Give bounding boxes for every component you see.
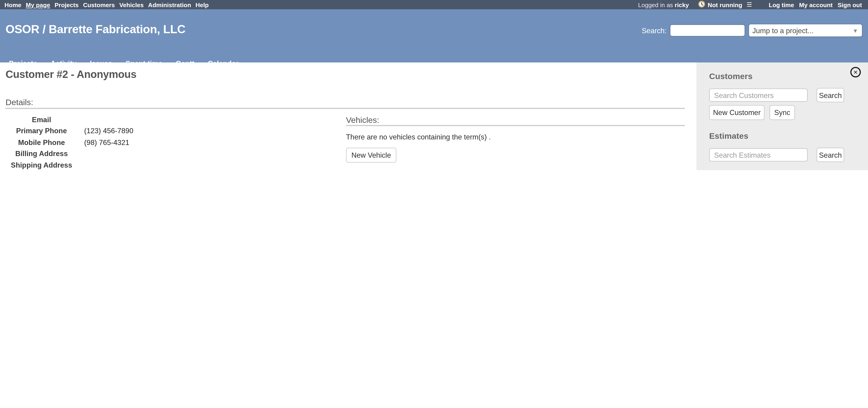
sync-button[interactable]: Sync xyxy=(770,105,795,120)
search-label: Search: xyxy=(642,26,666,35)
logged-in-as: Logged in as ricky xyxy=(638,1,689,8)
detail-label: Mobile Phone xyxy=(5,137,78,148)
quick-search-area: Search: Jump to a project... ▼ xyxy=(642,24,863,37)
app-window: Home My page Projects Customers Vehicles… xyxy=(0,0,868,170)
logged-in-user: ricky xyxy=(675,1,689,8)
close-icon[interactable]: ✕ xyxy=(850,67,861,77)
my-account-link[interactable]: My account xyxy=(799,1,833,8)
detail-label: Email xyxy=(5,114,78,125)
topmenu-help[interactable]: Help xyxy=(195,1,209,8)
top-menu-bar: Home My page Projects Customers Vehicles… xyxy=(0,0,868,9)
detail-label: Shipping Address xyxy=(5,159,78,170)
detail-value xyxy=(78,159,153,170)
sign-out-link[interactable]: Sign out xyxy=(838,1,862,8)
vehicles-divider xyxy=(346,125,685,126)
vehicles-heading: Vehicles: xyxy=(346,115,379,125)
top-menu-right: Logged in as ricky Not running ☰ Log tim… xyxy=(638,0,868,9)
detail-label: Billing Address xyxy=(5,148,78,159)
detail-row-mobile-phone: Mobile Phone (98) 765-4321 xyxy=(5,137,153,148)
detail-value: (98) 765-4321 xyxy=(78,137,153,148)
vehicles-empty-message: There are no vehicles containing the ter… xyxy=(346,133,491,141)
search-input[interactable] xyxy=(670,25,745,37)
jump-to-project-select[interactable]: Jump to a project... ▼ xyxy=(748,24,863,37)
topmenu-home[interactable]: Home xyxy=(4,1,21,8)
topmenu-vehicles[interactable]: Vehicles xyxy=(119,1,144,8)
estimates-search-button[interactable]: Search xyxy=(816,148,844,162)
customer-details-table: Email Primary Phone (123) 456-7890 Mobil… xyxy=(5,114,153,170)
detail-row-primary-phone: Primary Phone (123) 456-7890 xyxy=(5,125,153,136)
detail-value: (123) 456-7890 xyxy=(78,125,153,136)
detail-row-email: Email xyxy=(5,114,153,125)
details-heading: Details: xyxy=(5,97,33,107)
timer-status-wrap: Not running ☰ xyxy=(699,0,752,9)
new-customer-button[interactable]: New Customer xyxy=(709,105,765,120)
content-area: Customer #2 - Anonymous Details: Email P… xyxy=(0,63,696,170)
chevron-down-icon: ▼ xyxy=(852,27,858,33)
jump-to-project-value: Jump to a project... xyxy=(752,26,813,35)
topmenu-administration[interactable]: Administration xyxy=(148,1,191,8)
search-estimates-input[interactable] xyxy=(709,148,808,162)
timer-status[interactable]: Not running xyxy=(708,1,742,8)
site-title: OSOR / Barrette Fabrication, LLC xyxy=(5,23,186,36)
sidebar-estimates-heading: Estimates xyxy=(709,131,748,141)
page-title: Customer #2 - Anonymous xyxy=(5,69,136,81)
search-customers-input[interactable] xyxy=(709,89,808,102)
detail-row-shipping-address: Shipping Address xyxy=(5,159,153,170)
log-time-link[interactable]: Log time xyxy=(769,1,794,8)
details-divider xyxy=(5,108,685,109)
top-menu-left: Home My page Projects Customers Vehicles… xyxy=(0,1,209,8)
timer-clock-icon[interactable] xyxy=(699,0,706,9)
topmenu-customers[interactable]: Customers xyxy=(83,1,115,8)
time-entries-list-icon[interactable]: ☰ xyxy=(747,2,752,8)
detail-label: Primary Phone xyxy=(5,125,78,136)
sidebar-customers-heading: Customers xyxy=(709,71,753,81)
new-vehicle-button[interactable]: New Vehicle xyxy=(346,148,396,163)
sidebar: ✕ Customers Search New Customer Sync Est… xyxy=(696,63,868,170)
detail-value xyxy=(78,148,153,159)
main-area: Customer #2 - Anonymous Details: Email P… xyxy=(0,63,868,170)
topmenu-my-page[interactable]: My page xyxy=(26,1,50,8)
detail-row-billing-address: Billing Address xyxy=(5,148,153,159)
topmenu-projects[interactable]: Projects xyxy=(55,1,79,8)
customers-search-button[interactable]: Search xyxy=(816,88,844,102)
detail-value xyxy=(78,114,153,125)
site-header: OSOR / Barrette Fabrication, LLC Search:… xyxy=(0,9,868,63)
